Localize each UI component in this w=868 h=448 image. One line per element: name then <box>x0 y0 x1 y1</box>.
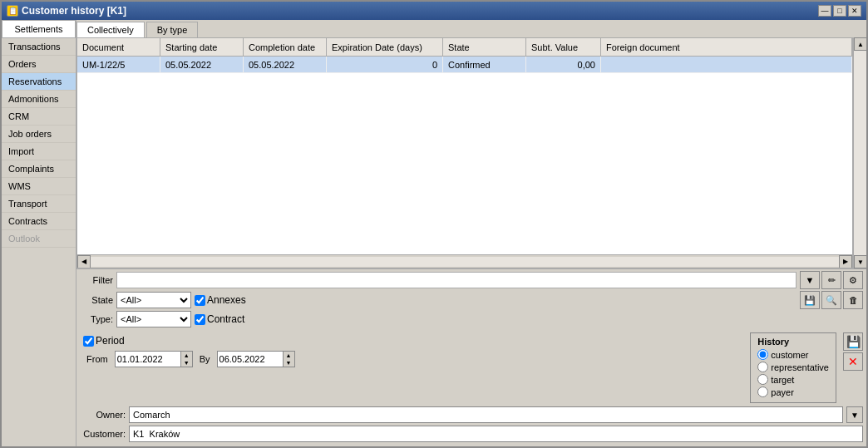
by-date-field: ▲ ▼ <box>217 351 295 367</box>
delete-filter-button[interactable]: 🗑 <box>843 291 863 309</box>
state-select[interactable]: <All> <box>116 292 191 308</box>
radio-target[interactable]: target <box>757 374 829 385</box>
sidebar-tab-settlements[interactable]: Settlements <box>2 20 76 37</box>
filter-settings-button[interactable]: ⚙ <box>843 271 863 289</box>
from-date-input[interactable] <box>115 351 181 367</box>
nav-close-button[interactable]: ✕ <box>843 352 863 371</box>
filter-label: Filter <box>80 275 113 285</box>
scroll-up-button[interactable]: ▲ <box>854 37 866 51</box>
radio-payer-input[interactable] <box>757 386 768 397</box>
col-state: State <box>443 38 526 56</box>
sidebar-item-transactions[interactable]: Transactions <box>2 38 76 56</box>
from-spin-down[interactable]: ▼ <box>181 359 192 367</box>
from-date-field: ▲ ▼ <box>115 351 193 367</box>
window-title: Customer history [K1] <box>22 5 126 17</box>
minimize-button[interactable]: — <box>818 5 831 17</box>
by-spin-up[interactable]: ▲ <box>284 352 294 359</box>
table-with-scroll: Document Starting date Completion date E… <box>76 37 866 268</box>
cell-completion-date: 05.05.2022 <box>244 57 327 72</box>
period-checkbox-label[interactable]: Period <box>83 335 125 347</box>
col-expiry: Expiration Date (days) <box>327 38 443 56</box>
type-row: Type: <All> Contract <box>80 311 863 327</box>
cell-foreign-document <box>601 57 852 72</box>
sidebar-item-transport[interactable]: Transport <box>2 195 76 213</box>
title-bar: 📋 Customer history [K1] — □ ✕ <box>2 2 866 20</box>
save-filter-button[interactable]: 💾 <box>800 291 820 309</box>
radio-payer[interactable]: payer <box>757 386 829 397</box>
radio-customer-label: customer <box>771 350 808 360</box>
title-buttons: — □ ✕ <box>818 5 861 17</box>
sidebar-item-crm[interactable]: CRM <box>2 108 76 126</box>
sidebar-item-admonitions[interactable]: Admonitions <box>2 91 76 108</box>
filter-dropdown-button[interactable]: ▼ <box>800 271 820 289</box>
owner-input[interactable] <box>129 406 843 423</box>
scroll-vertical-track[interactable] <box>854 51 866 255</box>
from-date-spin[interactable]: ▲ ▼ <box>181 351 193 367</box>
owner-dropdown-button[interactable]: ▼ <box>846 406 863 423</box>
main-window: 📋 Customer history [K1] — □ ✕ Settlement… <box>0 0 868 448</box>
date-row: From ▲ ▼ By ▲ <box>80 349 298 370</box>
sidebar-item-complaints[interactable]: Complaints <box>2 160 76 178</box>
tab-by-type[interactable]: By type <box>146 22 199 37</box>
from-spin-up[interactable]: ▲ <box>181 352 192 359</box>
history-box: History customer representative target <box>750 332 836 403</box>
radio-customer-input[interactable] <box>757 349 768 360</box>
by-date-input[interactable] <box>217 351 284 367</box>
radio-customer[interactable]: customer <box>757 349 829 360</box>
contract-checkbox[interactable] <box>195 314 205 325</box>
by-date-spin[interactable]: ▲ ▼ <box>284 351 295 367</box>
horizontal-scrollbar: ◀ ▶ <box>77 254 852 268</box>
state-row: State <All> Annexes 💾 🔍 🗑 <box>80 291 863 309</box>
filter-input[interactable] <box>116 272 796 288</box>
annexes-checkbox[interactable] <box>195 295 205 306</box>
cell-state: Confirmed <box>443 57 526 72</box>
scroll-track[interactable] <box>91 257 839 267</box>
table-row[interactable]: UM-1/22/5 05.05.2022 05.05.2022 0 Confir… <box>77 57 852 73</box>
sidebar-item-reservations[interactable]: Reservations <box>2 73 76 91</box>
customer-input[interactable] <box>129 426 863 442</box>
period-checkbox[interactable] <box>83 336 94 347</box>
radio-representative[interactable]: representative <box>757 362 829 372</box>
by-spin-down[interactable]: ▼ <box>284 359 294 367</box>
sidebar-item-import[interactable]: Import <box>2 143 76 160</box>
table-header: Document Starting date Completion date E… <box>77 38 852 57</box>
by-label: By <box>196 354 214 364</box>
maximize-button[interactable]: □ <box>833 5 846 17</box>
cell-starting-date: 05.05.2022 <box>160 57 244 72</box>
from-label: From <box>83 354 111 364</box>
sidebar-item-orders[interactable]: Orders <box>2 56 76 73</box>
sidebar-items: Transactions Orders Reservations Admonit… <box>2 38 76 248</box>
customer-label: Customer: <box>80 429 126 439</box>
filter-row: Filter ▼ ✏ ⚙ <box>80 271 863 289</box>
nav-save-button[interactable]: 💾 <box>843 332 863 351</box>
filter-area: Filter ▼ ✏ ⚙ State <All> <box>76 268 866 331</box>
filter-edit-button[interactable]: ✏ <box>821 271 841 289</box>
scroll-down-button[interactable]: ▼ <box>854 255 866 268</box>
annexes-checkbox-label[interactable]: Annexes <box>195 294 246 306</box>
sidebar-item-outlook[interactable]: Outlook <box>2 230 76 248</box>
tabs-row: Collectively By type <box>76 20 866 37</box>
scroll-right-button[interactable]: ▶ <box>839 255 852 268</box>
left-sidebar: Settlements Transactions Orders Reservat… <box>2 20 76 446</box>
sidebar-item-wms[interactable]: WMS <box>2 178 76 195</box>
col-completion-date: Completion date <box>244 38 327 56</box>
right-content: Collectively By type Document Starting d… <box>76 20 866 446</box>
radio-payer-label: payer <box>771 387 794 397</box>
sidebar-item-job-orders[interactable]: Job orders <box>2 126 76 143</box>
type-select[interactable]: <All> <box>116 311 191 327</box>
col-starting-date: Starting date <box>160 38 244 56</box>
close-button[interactable]: ✕ <box>848 5 861 17</box>
radio-target-label: target <box>771 375 794 385</box>
cell-subt-value: 0,00 <box>526 57 601 72</box>
radio-target-input[interactable] <box>757 374 768 385</box>
vertical-scrollbar: ▲ ▼ <box>853 37 866 268</box>
scroll-left-button[interactable]: ◀ <box>77 255 91 268</box>
tab-collectively[interactable]: Collectively <box>76 22 145 37</box>
search-button[interactable]: 🔍 <box>821 291 841 309</box>
sidebar-item-contracts[interactable]: Contracts <box>2 213 76 230</box>
radio-representative-input[interactable] <box>757 362 768 372</box>
contract-checkbox-label[interactable]: Contract <box>195 313 244 325</box>
history-title: History <box>757 337 829 347</box>
customer-row: Customer: <box>80 426 863 442</box>
radio-representative-label: representative <box>771 362 829 372</box>
